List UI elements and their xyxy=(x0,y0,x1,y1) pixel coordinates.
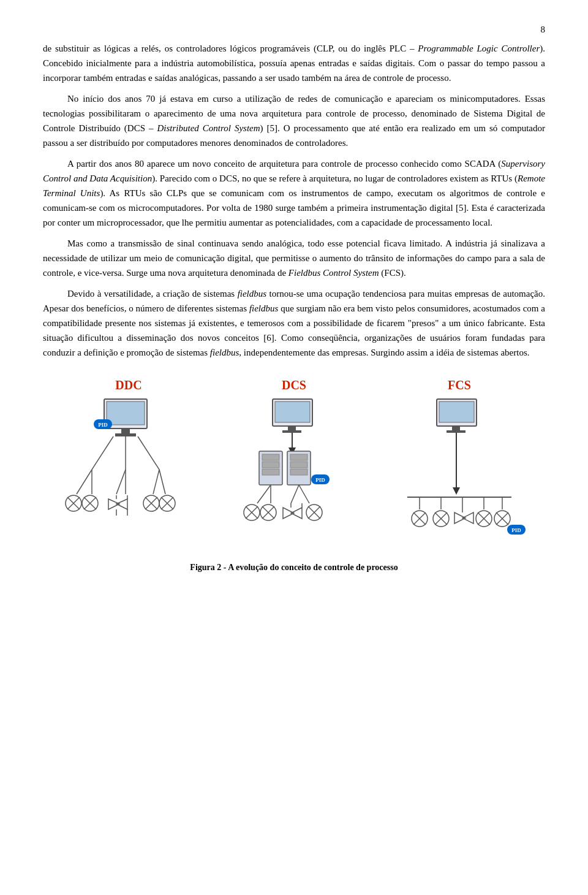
dcs-svg: PID xyxy=(224,396,364,555)
figure-caption: Figura 2 - A evolução do conceito de con… xyxy=(43,563,545,573)
svg-rect-36 xyxy=(282,430,301,433)
fcs-title: FCS xyxy=(448,378,471,392)
svg-rect-67 xyxy=(447,430,466,433)
svg-rect-39 xyxy=(262,462,279,468)
svg-rect-1 xyxy=(107,402,145,425)
ddc-title: DDC xyxy=(115,378,141,392)
svg-rect-44 xyxy=(290,469,307,475)
svg-rect-66 xyxy=(452,426,460,430)
paragraph-1: de substituir as lógicas a relés, os con… xyxy=(43,41,545,85)
svg-line-9 xyxy=(77,470,92,494)
svg-line-14 xyxy=(159,470,165,494)
svg-rect-65 xyxy=(439,402,474,422)
paragraph-4: Mas como a transmissão de sinal continua… xyxy=(43,236,545,280)
svg-line-50 xyxy=(299,485,309,503)
svg-rect-40 xyxy=(262,469,279,475)
svg-rect-43 xyxy=(290,462,307,468)
svg-line-11 xyxy=(116,470,126,494)
svg-rect-2 xyxy=(121,428,130,433)
svg-rect-34 xyxy=(275,402,310,422)
main-content: de substituir as lógicas a relés, os con… xyxy=(43,41,545,360)
svg-text:PID: PID xyxy=(98,422,108,428)
fcs-svg: PID xyxy=(389,396,530,555)
dcs-title: DCS xyxy=(282,378,306,392)
dcs-diagram: DCS xyxy=(214,378,374,555)
svg-text:PID: PID xyxy=(315,477,325,483)
page-number: 8 xyxy=(43,25,545,35)
fcs-diagram: FCS xyxy=(380,378,539,555)
paragraph-5: Devido à versatilidade, a criação de sis… xyxy=(43,286,545,360)
ddc-diagram: DDC PID xyxy=(49,378,208,555)
paragraph-3: A partir dos anos 80 aparece um novo con… xyxy=(43,156,545,230)
svg-text:PID: PID xyxy=(511,527,521,533)
ddc-svg: PID xyxy=(58,396,199,555)
diagrams-wrapper: DDC PID xyxy=(43,378,545,555)
svg-line-8 xyxy=(138,436,159,470)
svg-rect-38 xyxy=(262,454,279,460)
svg-line-6 xyxy=(92,436,113,470)
svg-line-47 xyxy=(257,485,271,503)
svg-marker-80 xyxy=(454,512,466,524)
svg-line-13 xyxy=(153,470,159,494)
figure-container: DDC PID xyxy=(43,378,545,573)
svg-marker-58 xyxy=(291,508,302,519)
svg-rect-42 xyxy=(290,454,307,460)
paragraph-2: No início dos anos 70 já estava em curso… xyxy=(43,91,545,150)
svg-marker-81 xyxy=(462,512,473,524)
svg-rect-3 xyxy=(115,433,136,436)
svg-line-49 xyxy=(291,485,299,503)
svg-rect-35 xyxy=(288,426,296,430)
svg-marker-57 xyxy=(283,508,294,519)
